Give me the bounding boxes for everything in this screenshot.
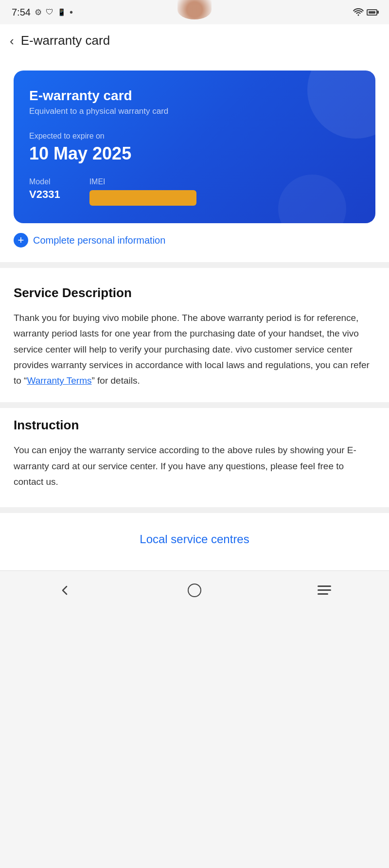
menu-lines-icon	[318, 585, 331, 595]
dot-icon: •	[70, 7, 73, 18]
model-group: Model V2331	[29, 177, 60, 206]
instruction-body: You can enjoy the warranty service accor…	[14, 443, 375, 490]
imei-redacted	[89, 190, 196, 206]
complete-info-text: Complete personal information	[33, 235, 165, 246]
model-label: Model	[29, 177, 60, 186]
card-subtitle: Equivalent to a physical warranty card	[29, 106, 360, 116]
card-title: E-warranty card	[29, 88, 360, 104]
wifi-icon	[353, 8, 364, 16]
shield-icon: 🛡	[46, 8, 53, 17]
service-description-section: Service Description Thank you for buying…	[0, 268, 389, 402]
top-nav: ‹ E-warranty card	[0, 24, 389, 57]
bottom-menu-button[interactable]	[310, 576, 339, 605]
complete-info-row[interactable]: + Complete personal information	[14, 223, 375, 252]
service-body-text: Thank you for buying vivo mobile phone. …	[14, 313, 370, 386]
section-divider	[0, 262, 389, 268]
status-bar: 7:54 ⚙ 🛡 📱 •	[0, 0, 389, 24]
service-description-body: Thank you for buying vivo mobile phone. …	[14, 310, 375, 389]
expiry-date: 10 May 2025	[29, 143, 360, 164]
bottom-home-button[interactable]	[180, 576, 209, 605]
instruction-heading: Instruction	[14, 418, 375, 433]
back-button[interactable]: ‹	[10, 35, 14, 47]
imei-group: IMEI	[89, 177, 196, 206]
imei-label: IMEI	[89, 177, 196, 186]
expiry-label: Expected to expire on	[29, 132, 360, 141]
local-service-section: Local service centres	[0, 513, 389, 570]
model-value: V2331	[29, 188, 60, 201]
status-right-icons	[353, 8, 377, 16]
profile-image	[177, 0, 212, 19]
card-details: Model V2331 IMEI	[29, 177, 360, 206]
sim-icon: 📱	[57, 8, 66, 16]
service-body-end: ” for details.	[91, 375, 140, 386]
home-circle-icon	[188, 584, 201, 597]
bottom-back-button[interactable]	[50, 576, 79, 605]
warranty-card: E-warranty card Equivalent to a physical…	[14, 71, 375, 223]
gear-icon: ⚙	[35, 7, 42, 18]
bottom-nav	[0, 570, 389, 609]
battery-icon	[367, 9, 377, 16]
status-time: 7:54	[12, 7, 31, 18]
plus-icon: +	[14, 233, 28, 248]
page-title: E-warranty card	[21, 33, 110, 48]
local-service-link[interactable]: Local service centres	[140, 532, 249, 546]
main-content: E-warranty card Equivalent to a physical…	[0, 57, 389, 570]
warranty-card-section: E-warranty card Equivalent to a physical…	[0, 57, 389, 262]
instruction-section: Instruction You can enjoy the warranty s…	[0, 408, 389, 507]
instruction-divider	[0, 402, 389, 408]
back-chevron-icon	[58, 584, 71, 597]
warranty-terms-link[interactable]: Warranty Terms	[27, 375, 91, 386]
local-service-divider	[0, 507, 389, 513]
service-description-heading: Service Description	[14, 285, 375, 301]
